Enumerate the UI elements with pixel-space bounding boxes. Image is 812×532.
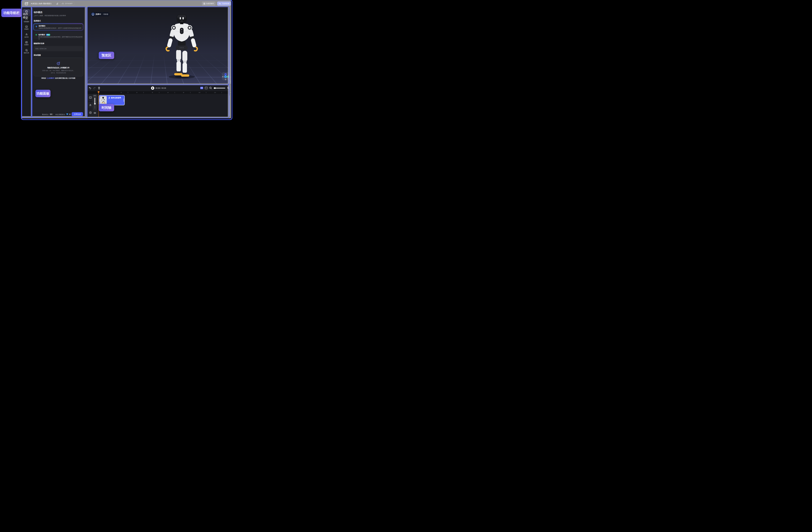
ruler-tick xyxy=(190,92,190,93)
mode-card-title-row: 动作模仿Pro xyxy=(38,33,50,36)
ruler-tick xyxy=(128,92,128,93)
sidebar-item-motion-library[interactable]: 动作库 xyxy=(22,33,31,38)
clapperboard-icon xyxy=(25,10,28,13)
model-name: 灵犀X2 xyxy=(96,13,101,15)
clip-trim-handle-right[interactable] xyxy=(124,98,124,102)
lightning-icon xyxy=(35,25,37,28)
tip-suffix: 提供清晰完整的真人动作视频 xyxy=(55,77,75,79)
ruler-label: 8f xyxy=(183,92,184,93)
sidebar-item-audio-library[interactable]: 音频库 xyxy=(22,41,31,46)
sidebar-item-motion-mimic[interactable]: 动作模仿 xyxy=(23,9,30,16)
robot-left-leg xyxy=(174,50,183,75)
model-badge: 灵犀X2 | 青春版 xyxy=(91,12,110,16)
timeline-panel: 00:00 / 00:30 xyxy=(88,85,231,117)
ruler-tick xyxy=(175,92,175,93)
time-display: 00:00 / 00:30 xyxy=(156,87,166,89)
app-logo-icon xyxy=(25,2,29,5)
sparkles-icon xyxy=(25,18,28,20)
timeline-toolbar: 00:00 / 00:30 xyxy=(88,85,231,91)
save-status-text: 文件未保存 xyxy=(65,3,73,5)
play-button[interactable] xyxy=(151,86,154,90)
cloud-unsaved-icon xyxy=(62,3,64,4)
ruler-tick xyxy=(143,92,144,93)
upload-requirement-tip: 请根据【上传要求】提供清晰完整的真人动作视频 xyxy=(32,77,85,79)
generate-button[interactable]: 立即生成 xyxy=(72,112,83,116)
fit-timeline-button[interactable] xyxy=(200,87,203,89)
synthesize-save-button[interactable]: 合成并保存 xyxy=(202,1,216,6)
video-upload-dropzone[interactable]: 拖拽至此或点击上传视频文件 支持 mp4、avi、mov 等格式，视频长度 30… xyxy=(34,58,83,76)
function-nav-sidebar: 动作模仿 音频编排 表情库 xyxy=(22,7,31,116)
ruler-label: 12f xyxy=(214,92,216,93)
sidebar-item-audio-arrange[interactable]: 音频编排 xyxy=(22,18,31,23)
video-section-label: 添加视频 xyxy=(34,54,41,56)
sidebar-item-expression-library[interactable]: 表情库 xyxy=(22,26,31,30)
view-gizmo[interactable]: Z X Y xyxy=(222,72,229,80)
sidebar-item-label: 我的任务 xyxy=(22,52,31,54)
top-bar: A1机器人动作-我的项目1 文件未保存 合成并保存 xyxy=(21,0,231,7)
svg-text:Y: Y xyxy=(225,76,226,78)
volume-slider-track[interactable] xyxy=(95,98,95,103)
mode-card-standard[interactable]: 动作模仿 快速模仿普通难度的全身动作，适用于小品戏剧等简单动作的快速演绎 xyxy=(33,24,83,30)
upload-title: 拖拽至此或点击上传视频文件 xyxy=(34,67,83,69)
material-name-field[interactable] xyxy=(34,46,83,51)
expand-clip-button[interactable] xyxy=(205,87,208,89)
upload-hint-line2: 仅中文、英文语言的识别 xyxy=(34,72,83,74)
credits-value: 300 xyxy=(50,113,53,115)
upload-requirement-link[interactable]: 【上传要求】 xyxy=(46,77,55,79)
annotation-preview-label: 预览区 xyxy=(99,52,114,59)
humanoid-robot-model[interactable] xyxy=(164,14,199,79)
edit-title-icon[interactable] xyxy=(56,3,58,5)
mode-card-title: 动作模仿 xyxy=(38,34,45,36)
robot-right-leg xyxy=(181,51,189,77)
mute-button[interactable] xyxy=(93,111,97,115)
cost-value: 10 xyxy=(69,113,71,115)
sidebar-item-label: 音频库 xyxy=(22,44,31,46)
sidebar-item-my-tasks[interactable]: 我的任务 xyxy=(22,49,31,54)
playhead[interactable] xyxy=(98,91,100,117)
sidebar-item-label: 表情库 xyxy=(22,28,31,30)
timeline-scrollbar[interactable] xyxy=(229,95,230,116)
mode-card-desc: 快速模仿普通难度的全身动作，适用于小品戏剧等简单动作的快速演绎 xyxy=(39,27,82,29)
ruler-label: 14f xyxy=(230,92,231,93)
delete-clip-icon[interactable] xyxy=(98,87,100,89)
zoom-out-icon[interactable] xyxy=(209,87,212,89)
credit-gem-icon xyxy=(66,113,68,115)
speaker-icon xyxy=(94,112,96,114)
pro-badge: Pro xyxy=(46,34,50,36)
zoom-in-icon[interactable] xyxy=(227,87,230,89)
timeline-zoom-slider-knob[interactable] xyxy=(214,87,216,89)
preview-viewport[interactable]: 灵犀X2 | 青春版 Z X Y xyxy=(88,7,231,84)
person-icon xyxy=(25,33,28,36)
ruler-label: 6f xyxy=(168,92,169,93)
material-name-input[interactable] xyxy=(34,46,83,51)
sidebar-item-label: 音频编排 xyxy=(22,21,31,23)
credits-label: 剩余积分 xyxy=(42,113,48,116)
save-status-chip: 文件未保存 xyxy=(60,1,74,6)
film-reel-upload-icon xyxy=(57,61,60,65)
volume-slider-knob[interactable] xyxy=(94,103,96,104)
ruler-tick xyxy=(206,92,206,93)
robot-face-icon xyxy=(25,26,28,28)
ruler-tick xyxy=(159,92,159,93)
save-disk-icon xyxy=(203,3,205,4)
timeline-ruler[interactable]: 0f 2f 4f 6f 8f 10f 12f 14f xyxy=(88,91,231,94)
gizmo-dot-left xyxy=(222,76,223,78)
deploy-device-button[interactable]: 下发到设备 xyxy=(217,1,231,6)
undo-icon[interactable] xyxy=(89,87,91,89)
tip-prefix: 请根据 xyxy=(41,77,46,79)
ruler-label: 2f xyxy=(136,92,137,93)
footer-divider-char: | xyxy=(53,113,54,115)
mode-card-pro[interactable]: 动作模仿Pro 模仿复杂高精度高动态全身动作复现，适用于舞蹈功夫等丰富表达创作表… xyxy=(33,32,83,39)
clip-thumbnail xyxy=(100,96,107,104)
mode-card-title: 动作模仿 xyxy=(39,25,45,27)
clip-trim-handle-left[interactable] xyxy=(100,98,100,102)
ruler-tick xyxy=(221,92,222,93)
screenshot-canvas: A1机器人动作-我的项目1 文件未保存 合成并保存 xyxy=(0,0,255,120)
annotation-panel-label: 功能面板 xyxy=(35,90,50,97)
annotation-timeline-label: 时间轴 xyxy=(99,104,114,111)
redo-icon[interactable] xyxy=(93,87,96,89)
mode-section-label: 选择模式 xyxy=(34,20,41,22)
function-panel: 动作模仿 上传个人视频，系统智能转换为机器人动作脚本 选择模式 动作模仿 快速模… xyxy=(32,7,85,116)
robot-avatar xyxy=(91,13,95,16)
svg-text:X: X xyxy=(228,76,229,78)
